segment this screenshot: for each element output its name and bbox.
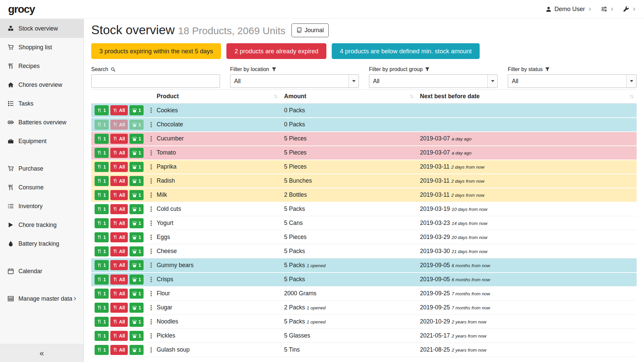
- app-logo[interactable]: grocy: [8, 3, 35, 15]
- open-one-button[interactable]: 1: [129, 134, 144, 144]
- row-menu-icon[interactable]: ⋮: [145, 248, 153, 255]
- row-menu-icon[interactable]: ⋮: [145, 318, 153, 325]
- open-one-button[interactable]: 1: [129, 105, 144, 115]
- row-menu-icon[interactable]: ⋮: [145, 304, 153, 311]
- row-menu-icon[interactable]: ⋮: [145, 178, 153, 184]
- consume-one-button[interactable]: 1: [95, 303, 109, 313]
- sidebar-item-chore-tracking[interactable]: Chore tracking: [0, 216, 84, 234]
- search-input[interactable]: [91, 74, 220, 88]
- open-one-button[interactable]: 1: [129, 246, 144, 256]
- row-menu-icon[interactable]: ⋮: [145, 347, 153, 353]
- consume-one-button[interactable]: 1: [95, 275, 109, 285]
- row-menu-icon[interactable]: ⋮: [145, 135, 153, 142]
- open-one-button[interactable]: 1: [129, 190, 144, 200]
- consume-one-button[interactable]: 1: [95, 345, 109, 355]
- consume-all-button[interactable]: All: [110, 105, 128, 115]
- alert-button-warning[interactable]: 3 products expiring within the next 5 da…: [91, 43, 221, 59]
- consume-all-button[interactable]: All: [110, 275, 128, 285]
- consume-all-button[interactable]: All: [110, 120, 128, 130]
- sort-icon[interactable]: [630, 94, 634, 99]
- settings-menu[interactable]: [601, 6, 614, 12]
- consume-all-button[interactable]: All: [110, 345, 128, 355]
- open-one-button[interactable]: 1: [129, 148, 144, 158]
- consume-all-button[interactable]: All: [110, 176, 128, 186]
- row-menu-icon[interactable]: ⋮: [145, 164, 153, 170]
- row-menu-icon[interactable]: ⋮: [145, 333, 153, 339]
- consume-all-button[interactable]: All: [110, 232, 128, 242]
- user-menu[interactable]: Demo User: [546, 6, 592, 13]
- open-one-button[interactable]: 1: [129, 331, 144, 341]
- open-one-button[interactable]: 1: [129, 218, 144, 228]
- row-menu-icon[interactable]: ⋮: [145, 262, 153, 268]
- amount-column-header[interactable]: Amount: [281, 89, 417, 104]
- consume-one-button[interactable]: 1: [95, 134, 109, 144]
- alert-button-danger[interactable]: 2 products are already expired: [226, 43, 326, 59]
- row-menu-icon[interactable]: ⋮: [145, 234, 153, 241]
- product-column-header[interactable]: Product: [153, 89, 281, 104]
- row-menu-icon[interactable]: ⋮: [145, 276, 153, 283]
- consume-one-button[interactable]: 1: [95, 218, 109, 228]
- sort-icon[interactable]: [410, 94, 414, 99]
- consume-all-button[interactable]: All: [110, 289, 128, 299]
- open-one-button[interactable]: 1: [129, 232, 144, 242]
- consume-all-button[interactable]: All: [110, 303, 128, 313]
- open-one-button[interactable]: 1: [129, 345, 144, 355]
- consume-one-button[interactable]: 1: [95, 204, 109, 214]
- open-one-button[interactable]: 1: [129, 303, 144, 313]
- consume-all-button[interactable]: All: [110, 134, 128, 144]
- row-menu-icon[interactable]: ⋮: [145, 206, 153, 213]
- status-filter-select[interactable]: All: [508, 74, 637, 88]
- open-one-button[interactable]: 1: [129, 162, 144, 172]
- sidebar-item-battery-tracking[interactable]: Battery tracking: [0, 234, 84, 253]
- consume-one-button[interactable]: 1: [95, 317, 109, 327]
- open-one-button[interactable]: 1: [129, 289, 144, 299]
- consume-one-button[interactable]: 1: [95, 260, 109, 270]
- sidebar-item-chores-overview[interactable]: Chores overview: [0, 75, 84, 94]
- open-one-button[interactable]: 1: [129, 317, 144, 327]
- row-menu-icon[interactable]: ⋮: [145, 220, 153, 227]
- open-one-button[interactable]: 1: [129, 260, 144, 270]
- open-one-button[interactable]: 1: [129, 176, 144, 186]
- row-menu-icon[interactable]: ⋮: [145, 107, 153, 114]
- consume-one-button[interactable]: 1: [95, 289, 109, 299]
- sidebar-item-batteries-overview[interactable]: Batteries overview: [0, 113, 84, 132]
- consume-all-button[interactable]: All: [110, 331, 128, 341]
- consume-one-button[interactable]: 1: [95, 331, 109, 341]
- row-menu-icon[interactable]: ⋮: [145, 290, 153, 297]
- sidebar-item-purchase[interactable]: Purchase: [0, 159, 84, 178]
- best-before-column-header[interactable]: Next best before date: [417, 89, 637, 104]
- consume-all-button[interactable]: All: [110, 204, 128, 214]
- open-one-button[interactable]: 1: [129, 204, 144, 214]
- consume-one-button[interactable]: 1: [95, 120, 109, 130]
- sidebar-item-manage-master-data[interactable]: Manage master data: [0, 289, 84, 308]
- open-one-button[interactable]: 1: [129, 275, 144, 285]
- consume-one-button[interactable]: 1: [95, 162, 109, 172]
- sort-icon[interactable]: [274, 94, 278, 99]
- consume-all-button[interactable]: All: [110, 218, 128, 228]
- alert-button-info[interactable]: 4 products are below defined min. stock …: [332, 43, 480, 59]
- sidebar-item-tasks[interactable]: Tasks: [0, 94, 84, 113]
- admin-menu[interactable]: [623, 6, 636, 12]
- consume-one-button[interactable]: 1: [95, 232, 109, 242]
- sidebar-item-calendar[interactable]: Calendar: [0, 262, 84, 281]
- consume-all-button[interactable]: All: [110, 162, 128, 172]
- consume-one-button[interactable]: 1: [95, 105, 109, 115]
- consume-all-button[interactable]: All: [110, 317, 128, 327]
- sidebar-item-inventory[interactable]: Inventory: [0, 197, 84, 216]
- consume-all-button[interactable]: All: [110, 148, 128, 158]
- sidebar-item-stock-overview[interactable]: Stock overview: [0, 19, 84, 38]
- row-menu-icon[interactable]: ⋮: [145, 149, 153, 156]
- consume-one-button[interactable]: 1: [95, 190, 109, 200]
- consume-one-button[interactable]: 1: [95, 148, 109, 158]
- sidebar-item-equipment[interactable]: Equipment: [0, 132, 84, 150]
- row-menu-icon[interactable]: ⋮: [145, 192, 153, 198]
- open-one-button[interactable]: 1: [129, 120, 144, 130]
- location-filter-select[interactable]: All: [230, 74, 359, 88]
- journal-button[interactable]: Journal: [291, 23, 329, 37]
- sidebar-item-consume[interactable]: Consume: [0, 178, 84, 197]
- sidebar-collapse-button[interactable]: «: [0, 344, 84, 362]
- consume-all-button[interactable]: All: [110, 260, 128, 270]
- sidebar-item-shopping-list[interactable]: Shopping list: [0, 38, 84, 57]
- consume-all-button[interactable]: All: [110, 246, 128, 256]
- consume-one-button[interactable]: 1: [95, 246, 109, 256]
